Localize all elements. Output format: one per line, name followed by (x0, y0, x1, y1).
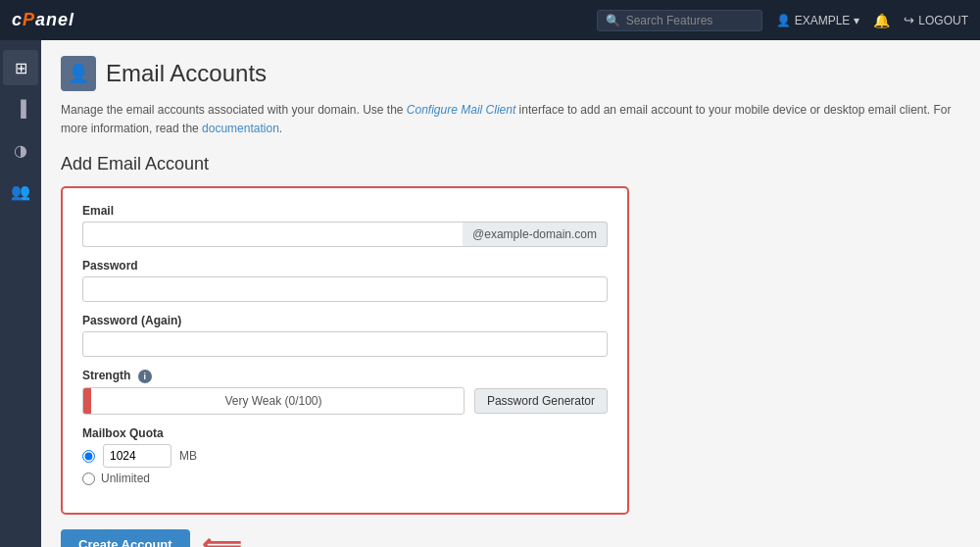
email-field-group: Email @example-domain.com (82, 204, 608, 247)
documentation-label: documentation (202, 122, 279, 135)
password-again-label: Password (Again) (82, 314, 608, 327)
cpanel-logo: cPanel (12, 10, 74, 30)
arrow-icon: ⟸ (202, 528, 241, 547)
strength-bar: Very Weak (0/100) (82, 387, 465, 415)
sidebar-icon-chart[interactable]: ▐ (3, 91, 38, 126)
user-label: EXAMPLE (795, 14, 851, 27)
search-input[interactable] (626, 14, 754, 27)
desc-text-3: . (279, 122, 282, 135)
email-label: Email (82, 204, 608, 218)
strength-label-text: Strength (82, 369, 130, 382)
mailbox-quota-group: Mailbox Quota MB Unlimited (82, 426, 608, 485)
search-icon: 🔍 (606, 14, 620, 27)
quota-row: MB (82, 444, 608, 468)
unlimited-label: Unlimited (101, 472, 150, 485)
add-email-form: Email @example-domain.com Password Passw… (61, 186, 629, 515)
unlimited-row: Unlimited (82, 472, 608, 485)
sidebar-icon-users[interactable]: 👥 (3, 174, 38, 209)
documentation-link[interactable]: documentation (202, 122, 279, 135)
strength-row: Very Weak (0/100) Password Generator (82, 387, 608, 415)
email-row: @example-domain.com (82, 222, 608, 247)
bell-icon[interactable]: 🔔 (873, 13, 890, 28)
logout-label: LOGOUT (918, 14, 968, 27)
email-accounts-icon: 👤 (61, 56, 96, 91)
configure-mail-client-label: Configure Mail Client (407, 103, 515, 117)
desc-text-1: Manage the email accounts associated wit… (61, 103, 407, 117)
user-menu[interactable]: 👤 EXAMPLE ▾ (776, 14, 860, 27)
search-box[interactable]: 🔍 (597, 10, 762, 31)
chevron-down-icon: ▾ (854, 14, 859, 27)
create-account-row: Create Account ⟸ (61, 528, 960, 547)
password-again-input[interactable] (82, 331, 608, 357)
create-account-button[interactable]: Create Account (61, 529, 190, 547)
password-input[interactable] (82, 276, 608, 302)
strength-bar-fill (83, 388, 91, 414)
main-content: 👤 Email Accounts Manage the email accoun… (41, 40, 980, 547)
password-generator-button[interactable]: Password Generator (474, 388, 608, 414)
page-header: 👤 Email Accounts (61, 56, 960, 91)
strength-label: Strength i (82, 369, 608, 383)
sidebar-icon-palette[interactable]: ◑ (3, 132, 38, 168)
quota-unit: MB (179, 449, 197, 463)
logout-button[interactable]: ↪ LOGOUT (904, 13, 968, 27)
quota-input[interactable] (103, 444, 172, 468)
strength-text: Very Weak (0/100) (224, 394, 321, 408)
password-again-field-group: Password (Again) (82, 314, 608, 357)
password-label: Password (82, 259, 608, 273)
password-field-group: Password (82, 259, 608, 302)
sidebar-icon-grid[interactable]: ⊞ (3, 50, 38, 85)
navbar: cPanel 🔍 👤 EXAMPLE ▾ 🔔 ↪ LOGOUT (0, 0, 980, 40)
page-title: Email Accounts (106, 60, 267, 87)
person-icon: 👤 (68, 63, 89, 84)
page-description: Manage the email accounts associated wit… (61, 101, 960, 138)
quota-radio-unlimited[interactable] (82, 472, 95, 485)
section-title: Add Email Account (61, 154, 960, 174)
email-domain: @example-domain.com (463, 222, 608, 247)
quota-radio-mb[interactable] (82, 450, 95, 463)
navbar-right: 🔍 👤 EXAMPLE ▾ 🔔 ↪ LOGOUT (597, 10, 968, 31)
mailbox-quota-label: Mailbox Quota (82, 426, 608, 440)
user-icon: 👤 (776, 14, 791, 27)
navbar-left: cPanel (12, 10, 74, 30)
sidebar: ⊞ ▐ ◑ 👥 (0, 40, 41, 547)
configure-mail-client-link[interactable]: Configure Mail Client (407, 103, 515, 117)
email-input[interactable] (82, 222, 463, 247)
logout-icon: ↪ (904, 13, 914, 27)
strength-field-group: Strength i Very Weak (0/100) Password Ge… (82, 369, 608, 415)
info-icon[interactable]: i (138, 370, 152, 383)
